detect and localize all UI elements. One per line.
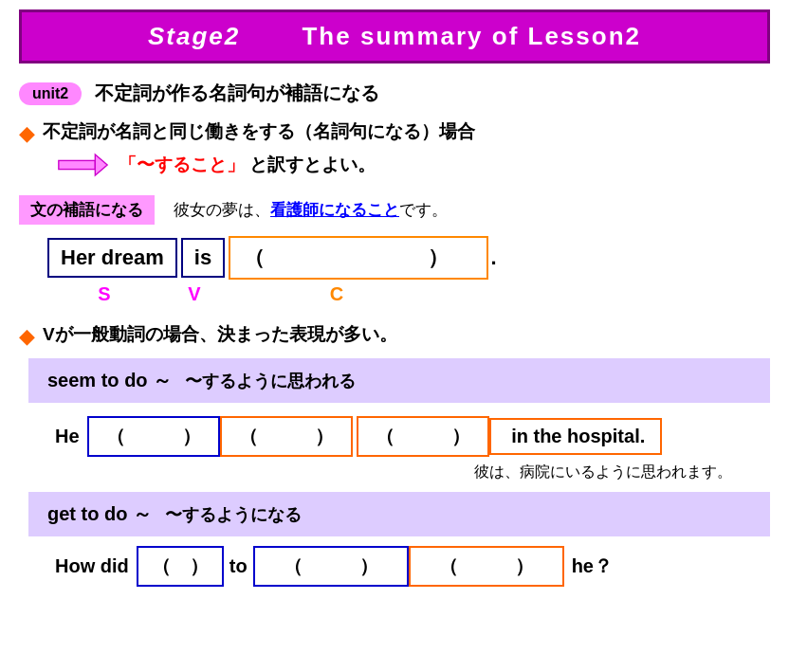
svc-row: S V C	[47, 283, 770, 305]
stage-label: Stage2	[148, 22, 240, 50]
supplement-after: です。	[399, 201, 448, 219]
supplement-row: 文の補語になる 彼女の夢は、看護師になることです。	[19, 195, 770, 225]
unit-description: 不定詞が作る名詞句が補語になる	[95, 81, 379, 106]
arrow-text: 「〜すること」 と訳すとよい。	[119, 153, 376, 177]
arrow-row: 「〜すること」 と訳すとよい。	[57, 152, 770, 178]
get-box: get to do ～ 〜するようになる	[28, 492, 770, 536]
translation-note1: 彼は、病院にいるように思われます。	[19, 463, 732, 482]
complement-box: （ ）	[229, 236, 488, 280]
supplement-badge: 文の補語になる	[19, 195, 155, 225]
he-box2: （ ）	[220, 416, 353, 457]
he-subject: He	[47, 420, 87, 453]
bottom-box2: （ ）	[253, 546, 409, 587]
bottom-box3: （ ）	[409, 546, 564, 587]
bottom-suffix: he？	[564, 550, 620, 583]
v-label: V	[161, 283, 228, 305]
subject-box: Her dream	[47, 238, 177, 278]
seem-desc: 〜するように思われる	[185, 370, 356, 392]
s-label: S	[47, 283, 161, 305]
bullet1-text: 不定詞が名詞と同じ働きをする（名詞句になる）場合	[43, 119, 475, 144]
supplement-sentence: 彼女の夢は、看護師になることです。	[174, 199, 448, 221]
get-desc: 〜するようになる	[165, 503, 302, 526]
he-rest: in the hospital.	[489, 418, 663, 455]
her-dream-sentence: Her dream is （ ） .	[47, 236, 770, 280]
seem-text: seem to do ～	[47, 368, 172, 393]
svg-rect-0	[59, 160, 95, 169]
period: .	[490, 245, 496, 270]
bullet1-section: ◆ 不定詞が名詞と同じ働きをする（名詞句になる）場合	[19, 119, 770, 146]
page: Stage2 The summary of Lesson2 unit2 不定詞が…	[0, 0, 789, 596]
arrow-icon	[57, 152, 109, 178]
bullet2-text: Vが一般動詞の場合、決まった表現が多い。	[43, 322, 397, 347]
unit-badge: unit2	[19, 82, 82, 105]
to-word: to	[224, 552, 253, 581]
unit-row: unit2 不定詞が作る名詞句が補語になる	[19, 81, 770, 106]
svg-marker-1	[95, 154, 107, 175]
he-box3: （ ）	[357, 416, 489, 457]
header-rest: The summary of Lesson2	[248, 22, 641, 50]
supplement-underline: 看護師になること	[270, 201, 399, 219]
translation1-text: 彼は、病院にいるように思われます。	[474, 463, 732, 480]
he-box1: （ ）	[87, 416, 220, 457]
c-label: C	[228, 283, 446, 305]
seem-box: seem to do ～ 〜するように思われる	[28, 358, 770, 403]
diamond-icon: ◆	[19, 121, 35, 146]
complement-open: （	[244, 245, 265, 269]
complement-close: ）	[428, 245, 449, 269]
bottom-row: How did （ ） to （ ） （ ） he？	[47, 546, 770, 587]
bullet2-section: ◆ Vが一般動詞の場合、決まった表現が多い。	[19, 322, 770, 349]
verb-box: is	[181, 238, 225, 278]
get-text: get to do ～	[47, 501, 152, 527]
diamond-icon2: ◆	[19, 324, 35, 349]
bottom-prefix: How did	[47, 552, 137, 581]
supplement-before: 彼女の夢は、	[174, 201, 270, 219]
arrow-normal: と訳すとよい。	[249, 154, 376, 174]
he-sentence: He （ ） （ ） （ ） in the hospital.	[47, 416, 770, 457]
bottom-box1: （ ）	[137, 546, 224, 587]
header-bar: Stage2 The summary of Lesson2	[19, 9, 770, 64]
arrow-highlight: 「〜すること」	[119, 154, 245, 174]
header-title: Stage2 The summary of Lesson2	[148, 22, 641, 50]
